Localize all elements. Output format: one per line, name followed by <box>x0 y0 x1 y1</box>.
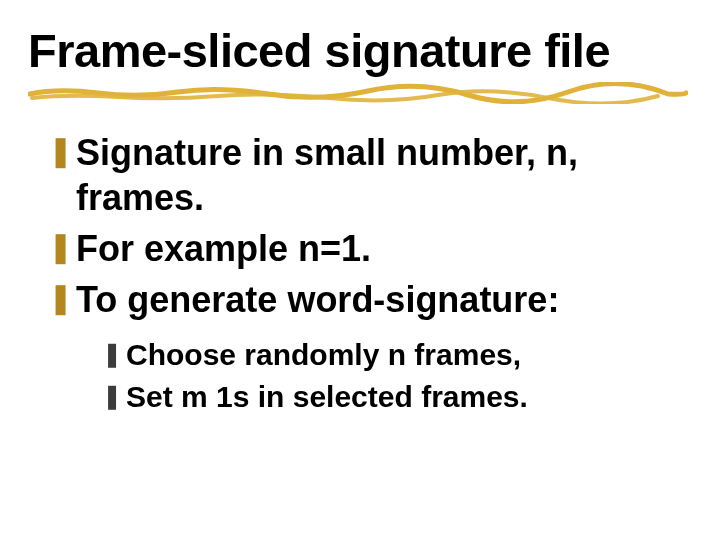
list-item: ❚ For example n=1. <box>48 226 678 271</box>
slide-title: Frame-sliced signature file <box>28 26 688 75</box>
list-item-text: Signature in small number, n, frames. <box>76 130 678 220</box>
slide: Frame-sliced signature file ❚ Signature … <box>0 0 720 540</box>
bullet-list: ❚ Signature in small number, n, frames. … <box>48 130 678 419</box>
bullet-icon: ❚ <box>48 226 76 268</box>
sub-list: ❚ Choose randomly n frames, ❚ Set m 1s i… <box>102 336 678 415</box>
title-wrap: Frame-sliced signature file <box>28 26 688 75</box>
list-item-text: Set m 1s in selected frames. <box>126 378 528 416</box>
list-item-text: Choose randomly n frames, <box>126 336 521 374</box>
bullet-icon: ❚ <box>102 336 126 372</box>
title-underline-icon <box>28 82 688 104</box>
bullet-icon: ❚ <box>48 277 76 319</box>
list-item: ❚ Signature in small number, n, frames. <box>48 130 678 220</box>
list-item: ❚ Set m 1s in selected frames. <box>102 378 678 416</box>
list-item-text: For example n=1. <box>76 226 371 271</box>
bullet-icon: ❚ <box>48 130 76 172</box>
bullet-icon: ❚ <box>102 378 126 414</box>
list-item: ❚ To generate word-signature: <box>48 277 678 322</box>
list-item-text: To generate word-signature: <box>76 277 559 322</box>
list-item: ❚ Choose randomly n frames, <box>102 336 678 374</box>
